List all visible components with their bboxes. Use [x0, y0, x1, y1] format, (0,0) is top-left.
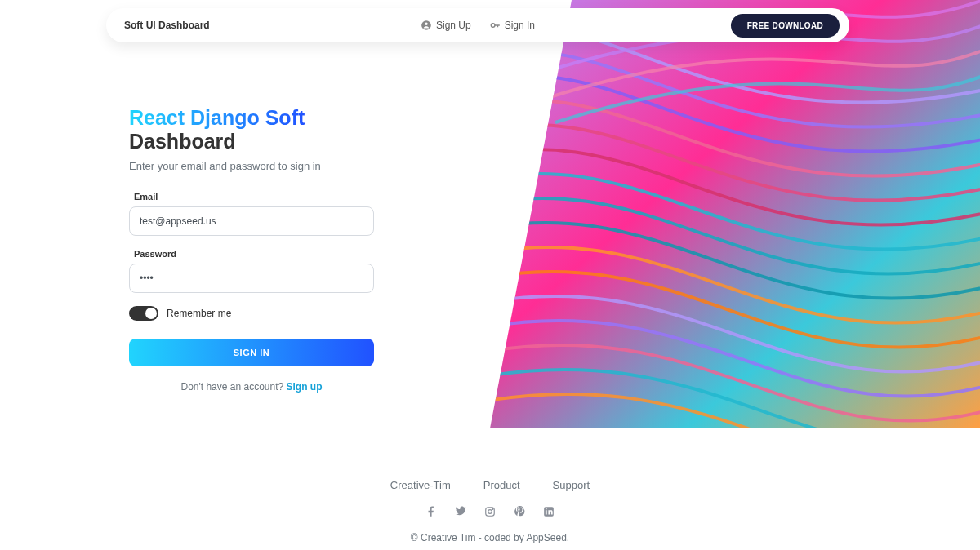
navbar: Soft UI Dashboard Sign Up Sign In FREE D… [106, 8, 849, 42]
signup-link[interactable]: Sign up [287, 381, 323, 393]
svg-point-2 [425, 23, 428, 26]
pinterest-icon[interactable] [514, 506, 525, 517]
footer-link-support[interactable]: Support [553, 479, 590, 491]
svg-rect-8 [546, 510, 547, 514]
toggle-knob [145, 308, 157, 319]
signup-prompt: Don't have an account? Sign up [129, 381, 374, 393]
copyright-text: © Creative Tim - coded by AppSeed. [0, 532, 980, 543]
nav-signup[interactable]: Sign Up [421, 20, 471, 31]
svg-point-9 [546, 508, 547, 510]
password-label: Password [134, 249, 374, 259]
footer-links: Creative-Tim Product Support [0, 479, 980, 491]
email-input[interactable] [129, 206, 374, 236]
instagram-icon[interactable] [484, 506, 496, 517]
nav-signin[interactable]: Sign In [489, 20, 535, 31]
title-gradient-part: React Django Soft [129, 106, 305, 129]
nav-signin-label: Sign In [505, 20, 535, 31]
user-circle-icon [421, 20, 432, 31]
page-subtitle: Enter your email and password to sign in [129, 160, 374, 172]
footer-link-creative-tim[interactable]: Creative-Tim [390, 479, 451, 491]
linkedin-icon[interactable] [543, 506, 555, 517]
key-icon [489, 20, 501, 31]
no-account-text: Don't have an account? [180, 381, 286, 393]
email-label: Email [134, 192, 374, 202]
download-button[interactable]: FREE DOWNLOAD [731, 14, 840, 38]
footer: Creative-Tim Product Support © Creative … [0, 479, 980, 543]
page-title: React Django Soft Dashboard [129, 106, 374, 153]
twitter-icon[interactable] [455, 506, 466, 517]
remember-me-label: Remember me [167, 308, 231, 319]
password-input[interactable] [129, 264, 374, 293]
footer-link-product[interactable]: Product [483, 479, 520, 491]
nav-signup-label: Sign Up [436, 20, 471, 31]
title-plain-part: Dashboard [129, 130, 236, 153]
nav-links: Sign Up Sign In [421, 20, 535, 31]
remember-me-row: Remember me [129, 306, 374, 321]
facebook-icon[interactable] [425, 506, 437, 517]
svg-point-5 [488, 510, 492, 514]
brand-label: Soft UI Dashboard [124, 20, 210, 31]
svg-point-6 [492, 508, 493, 509]
hero-image [490, 0, 980, 428]
signin-form: React Django Soft Dashboard Enter your e… [129, 106, 374, 393]
remember-me-toggle[interactable] [129, 306, 158, 321]
social-icons [0, 506, 980, 517]
signin-button[interactable]: SIGN IN [129, 339, 374, 366]
svg-point-3 [491, 24, 495, 28]
